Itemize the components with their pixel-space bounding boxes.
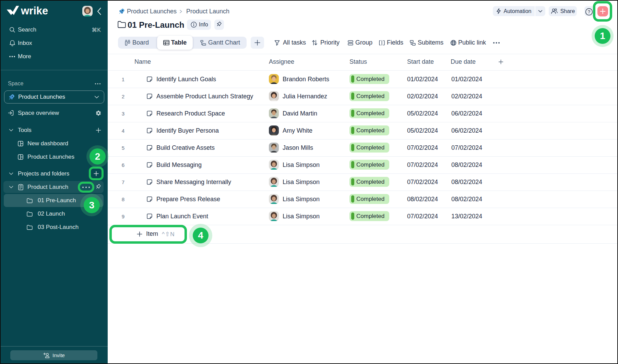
svg-text:?: ?	[588, 9, 591, 14]
svg-text:wrike: wrike	[21, 5, 48, 17]
